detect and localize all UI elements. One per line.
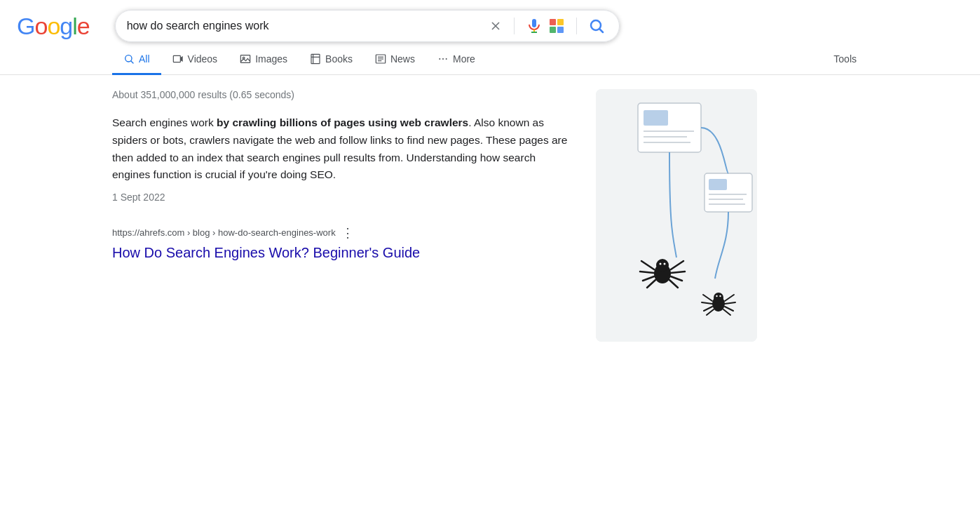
tab-videos-label: Videos xyxy=(188,53,218,65)
result-url: https://ahrefs.com › blog › how-do-searc… xyxy=(112,227,336,238)
svg-rect-7 xyxy=(550,27,556,33)
header: Google xyxy=(0,0,980,42)
result-url-row: https://ahrefs.com › blog › how-do-searc… xyxy=(112,225,575,241)
search-tab-icon xyxy=(123,53,135,65)
clear-button[interactable] xyxy=(486,16,505,36)
logo-letter-g: g xyxy=(60,13,72,39)
svg-point-52 xyxy=(716,295,717,297)
book-tab-icon xyxy=(310,53,321,65)
svg-rect-8 xyxy=(557,27,564,33)
close-icon xyxy=(489,19,503,33)
tab-all-label: All xyxy=(139,53,150,65)
svg-point-40 xyxy=(660,263,662,265)
tab-all[interactable]: All xyxy=(112,45,161,75)
results-area: About 351,000,000 results (0.65 seconds)… xyxy=(112,89,575,342)
image-search-button[interactable] xyxy=(545,15,568,37)
svg-point-25 xyxy=(442,58,444,60)
web-crawler-illustration xyxy=(596,89,757,342)
search-bar xyxy=(115,10,620,42)
tab-books[interactable]: Books xyxy=(299,45,364,75)
nav-tabs: All Videos Images xyxy=(0,45,980,75)
svg-point-41 xyxy=(664,263,666,265)
svg-rect-34 xyxy=(709,179,727,190)
tools-label: Tools xyxy=(833,53,857,65)
tab-videos[interactable]: Videos xyxy=(161,45,229,75)
main-content: About 351,000,000 results (0.65 seconds)… xyxy=(0,75,980,342)
tools-button[interactable]: Tools xyxy=(822,45,868,75)
svg-point-51 xyxy=(714,293,723,302)
voice-search-button[interactable] xyxy=(523,15,545,37)
google-logo[interactable]: Google xyxy=(17,14,90,38)
svg-rect-5 xyxy=(550,19,556,25)
search-icon xyxy=(588,18,605,34)
logo-letter-e: e xyxy=(77,13,90,39)
tab-more[interactable]: More xyxy=(426,45,486,75)
svg-point-53 xyxy=(719,295,721,297)
news-tab-icon xyxy=(375,53,386,65)
result-item: https://ahrefs.com › blog › how-do-searc… xyxy=(112,225,575,262)
tab-news[interactable]: News xyxy=(364,45,426,75)
svg-rect-13 xyxy=(173,55,180,62)
search-input[interactable] xyxy=(127,20,486,32)
snippet-text-before: Search engines work xyxy=(112,116,217,128)
svg-rect-2 xyxy=(532,19,536,27)
svg-point-24 xyxy=(439,58,440,60)
featured-snippet: Search engines work by crawling billions… xyxy=(112,114,575,206)
lens-icon xyxy=(548,18,565,34)
search-divider xyxy=(514,18,515,34)
logo-letter-o1: o xyxy=(34,13,47,39)
svg-line-10 xyxy=(599,29,603,33)
search-divider-2 xyxy=(576,18,577,34)
right-panel xyxy=(596,89,757,342)
logo-letter-G: G xyxy=(17,13,34,39)
svg-rect-6 xyxy=(557,19,564,25)
svg-rect-17 xyxy=(311,54,320,63)
tab-news-label: News xyxy=(390,53,415,65)
spider-illustration-container xyxy=(596,89,757,342)
svg-point-39 xyxy=(656,259,669,272)
tab-images-label: Images xyxy=(255,53,287,65)
svg-line-12 xyxy=(131,61,133,63)
tab-books-label: Books xyxy=(325,53,353,65)
logo-letter-o2: o xyxy=(47,13,60,39)
more-tab-icon xyxy=(437,53,449,65)
svg-point-26 xyxy=(446,58,447,60)
search-submit-button[interactable] xyxy=(585,15,608,37)
svg-rect-29 xyxy=(644,110,668,126)
tab-more-label: More xyxy=(453,53,475,65)
result-title-link[interactable]: How Do Search Engines Work? Beginner's G… xyxy=(112,245,420,260)
mic-icon xyxy=(526,18,543,34)
tab-images[interactable]: Images xyxy=(229,45,299,75)
video-tab-icon xyxy=(172,53,184,65)
snippet-bold-text: by crawling billions of pages using web … xyxy=(217,116,468,128)
results-count: About 351,000,000 results (0.65 seconds) xyxy=(112,89,575,100)
image-tab-icon xyxy=(240,53,251,65)
snippet-date: 1 Sept 2022 xyxy=(112,189,575,205)
search-bar-wrapper xyxy=(115,10,620,42)
result-menu-dots[interactable]: ⋮ xyxy=(341,225,354,241)
